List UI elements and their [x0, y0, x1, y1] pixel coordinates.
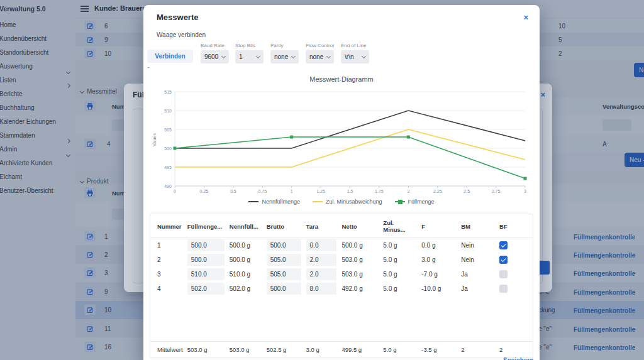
connect-button[interactable]: Verbinden: [147, 50, 193, 63]
y-tick-label: 500: [164, 146, 172, 151]
cell-fuellmenge: 500.0: [185, 238, 227, 253]
field-label: Parity: [270, 43, 299, 48]
x-tick-label: 1.5: [347, 189, 353, 194]
x-tick-label: 2.75: [492, 189, 501, 194]
measurement-table: NummerFüllmenge...Nennfüll...BruttoTaraN…: [150, 214, 533, 358]
legend-item[interactable]: Zul. Minusabweichung: [313, 199, 382, 205]
data-point-marker: [290, 136, 293, 139]
data-point-marker: [174, 147, 177, 150]
bf-checkbox[interactable]: [499, 256, 508, 264]
cell-netto: 503.0 g: [339, 267, 380, 281]
cell-bf: [497, 253, 533, 267]
field-label: Flow Control: [306, 43, 334, 48]
legend-item[interactable]: Füllmenge: [395, 199, 435, 205]
field-label: Stop Bits: [235, 43, 264, 48]
chart-legend: NennfüllmengeZul. MinusabweichungFüllmen…: [143, 199, 540, 205]
fuellmenge-input[interactable]: 500.0: [187, 254, 225, 266]
x-tick-label: 1.25: [316, 189, 325, 194]
cell-bm: Ja: [458, 281, 497, 296]
fuellmenge-input[interactable]: 510.0: [187, 268, 225, 280]
field-flow-control: Flow Controlnone: [306, 43, 334, 63]
field-select[interactable]: 9600: [201, 50, 229, 63]
modal-title: Messwerte: [157, 13, 198, 22]
cell-fuellmenge: 502.0: [185, 281, 227, 296]
field-label: Baud Rate: [201, 43, 229, 48]
cell-netto: 492.0 g: [339, 281, 380, 296]
table-footer-row: Mittelwert503.0 g503.0 g502.5 g3.0 g499.…: [150, 342, 533, 358]
field-select[interactable]: none: [306, 50, 334, 63]
cell-bm: Ja: [458, 267, 497, 281]
x-tick-label: 0: [174, 189, 176, 194]
field-select[interactable]: 1: [235, 50, 264, 63]
field-value: 1: [239, 53, 243, 60]
footer-cell: Mittelwert: [150, 342, 185, 358]
x-tick-label: 2.25: [433, 189, 442, 194]
bf-checkbox[interactable]: [499, 285, 508, 293]
footer-cell: 502.5 g: [264, 342, 304, 358]
dash-text: -: [148, 64, 150, 70]
cell-brutto: 500.0: [264, 238, 304, 253]
fuellmenge-input[interactable]: 502.0: [187, 283, 225, 295]
cell-f: 3.0 g: [419, 253, 458, 267]
column-header: Nummer: [150, 214, 185, 238]
fuellmenge-input[interactable]: 500.0: [187, 239, 225, 251]
brutto-input[interactable]: 500.0: [267, 239, 301, 251]
field-value: \r\n: [345, 53, 353, 60]
serial-controls: Verbinden Baud Rate9600Stop Bits1Parityn…: [143, 43, 540, 68]
field-select[interactable]: \r\n: [341, 50, 369, 63]
footer-cell: 503.0 g: [185, 342, 227, 358]
brutto-input[interactable]: 505.0: [267, 254, 301, 266]
chevron-down-icon: [326, 54, 331, 58]
x-tick-label: 2: [407, 189, 409, 194]
table-header-row: NummerFüllmenge...Nennfüll...BruttoTaraN…: [150, 214, 533, 238]
brutto-input[interactable]: 505.0: [267, 268, 301, 280]
column-header: Brutto: [264, 214, 304, 238]
y-tick-label: 495: [164, 165, 172, 170]
messwert-chart: 49049550050551051500.250.50.7511.251.51.…: [148, 85, 532, 195]
measurement-table-footer: Mittelwert503.0 g503.0 g502.5 g3.0 g499.…: [150, 341, 533, 357]
x-tick-label: 1.75: [375, 189, 384, 194]
brutto-input[interactable]: 500.0: [267, 283, 301, 295]
x-tick-label: 2.5: [464, 189, 470, 194]
tara-input[interactable]: 8.0: [306, 283, 337, 295]
column-header: BM: [458, 214, 497, 238]
x-tick-label: 1: [291, 189, 293, 194]
tara-input[interactable]: 0.0: [306, 239, 337, 251]
cell-nummer: 1: [150, 238, 185, 253]
footer-cell: 499.5 g: [339, 342, 380, 358]
field-stop-bits: Stop Bits1: [235, 43, 264, 63]
tara-input[interactable]: 2.0: [306, 268, 337, 280]
field-select[interactable]: none: [270, 50, 299, 63]
footer-cell: 2: [497, 342, 533, 358]
chevron-down-icon: [291, 54, 296, 58]
cell-f: -10.0 g: [419, 281, 458, 296]
bf-checkbox[interactable]: [499, 241, 508, 249]
app-screen: Verwaltung 5.0 HomeKundenübersichtStando…: [0, 0, 644, 360]
modal-footer-link[interactable]: Speichern: [503, 357, 533, 360]
cell-bf: [497, 281, 533, 296]
x-tick-label: 0.5: [230, 189, 236, 194]
cell-tara: 8.0: [304, 281, 340, 296]
legend-item[interactable]: Nennfüllmenge: [248, 199, 300, 205]
chart-title: Messwert-Diagramm: [143, 75, 540, 83]
cell-netto: 503.0 g: [339, 253, 380, 267]
field-label: End of Line: [341, 43, 369, 48]
y-tick-label: 505: [164, 128, 172, 132]
cell-nennfuellmenge: 500.0 g: [227, 253, 264, 267]
bf-checkbox[interactable]: [499, 270, 508, 278]
cell-nummer: 2: [150, 253, 185, 267]
close-icon[interactable]: ×: [523, 13, 528, 22]
column-header: Netto: [339, 214, 380, 238]
chevron-down-icon: [362, 54, 366, 58]
y-tick-label: 510: [164, 109, 172, 113]
table-row: 4502.0502.0 g500.08.0492.0 g5.0 g-10.0 g…: [150, 281, 533, 296]
cell-f: 0.0 g: [419, 238, 458, 253]
tara-input[interactable]: 2.0: [306, 254, 337, 266]
column-header: Tara: [304, 214, 340, 238]
messwerte-modal: Messwerte × Waage verbinden Verbinden Ba…: [143, 5, 540, 360]
cell-nennfuellmenge: 502.0 g: [227, 281, 264, 296]
cell-zul-minus: 5.0 g: [380, 253, 419, 267]
y-tick-label: 490: [164, 184, 172, 188]
cell-brutto: 500.0: [264, 281, 304, 296]
cell-nummer: 3: [150, 267, 185, 281]
